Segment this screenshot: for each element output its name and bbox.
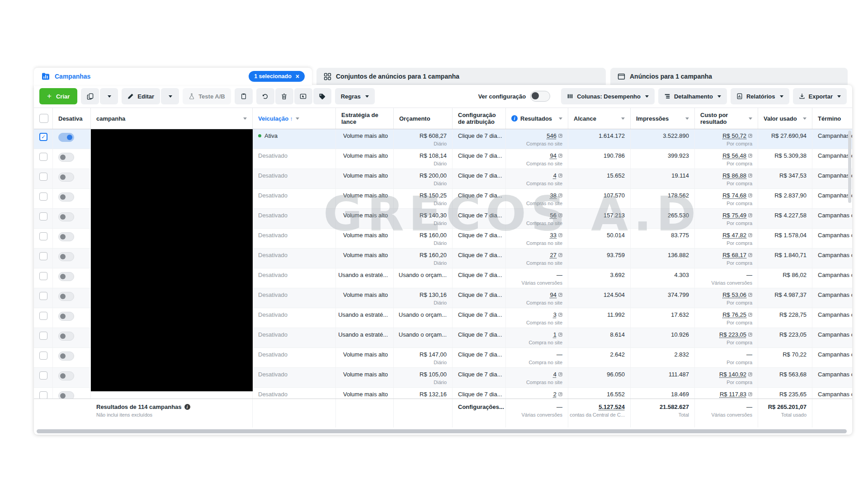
campaign-status-toggle[interactable] (58, 153, 74, 162)
column-header[interactable]: i ↑ (34, 108, 53, 129)
cost-value[interactable]: R$ 75,49 (722, 212, 746, 219)
campaign-status-toggle[interactable] (58, 332, 74, 341)
see-breakdown-icon[interactable] (748, 333, 752, 337)
results-value[interactable]: 38 (550, 192, 557, 199)
delete-button[interactable] (275, 88, 293, 104)
see-breakdown-icon[interactable] (748, 213, 752, 217)
campaign-status-toggle[interactable] (58, 391, 74, 399)
column-menu-caret-icon[interactable] (296, 117, 299, 120)
results-value[interactable]: 3 (553, 311, 557, 318)
see-breakdown-icon[interactable] (748, 233, 752, 237)
selected-count-pill[interactable]: 1 selecionado × (249, 71, 305, 82)
column-header[interactable]: i Impressões ↑ (631, 108, 695, 129)
results-value[interactable]: 2 (553, 391, 557, 398)
ab-test-button[interactable]: Teste A/B (183, 88, 231, 104)
tab-campaigns[interactable]: Campanhas 1 selecionado × (34, 68, 312, 85)
campaign-status-toggle[interactable] (58, 312, 74, 321)
row-checkbox[interactable] (39, 272, 47, 280)
results-value[interactable]: 4 (553, 371, 557, 378)
see-breakdown-icon[interactable] (558, 253, 562, 257)
duplicate-menu-button[interactable] (100, 88, 118, 104)
cost-value[interactable]: R$ 223,05 (719, 331, 746, 338)
see-breakdown-icon[interactable] (748, 313, 752, 317)
edit-button[interactable]: Editar (122, 88, 160, 104)
campaign-status-toggle[interactable] (58, 252, 74, 261)
see-breakdown-icon[interactable] (748, 193, 752, 197)
campaign-status-toggle[interactable] (58, 352, 74, 361)
see-breakdown-icon[interactable] (558, 293, 562, 297)
see-breakdown-icon[interactable] (558, 193, 562, 197)
tab-adsets[interactable]: Conjuntos de anúncios para 1 campanha (316, 68, 606, 85)
results-value[interactable]: 33 (550, 232, 557, 239)
cost-value[interactable]: R$ 68,17 (722, 252, 746, 258)
row-checkbox[interactable] (39, 391, 47, 399)
column-menu-caret-icon[interactable] (621, 117, 625, 120)
campaign-status-toggle[interactable] (58, 133, 74, 142)
column-header[interactable]: i Estratégia de lance ↑ (336, 108, 394, 129)
cost-value[interactable]: R$ 56,48 (722, 152, 746, 159)
reach-total-value[interactable]: 5.127.524 (599, 404, 625, 410)
results-value[interactable]: 94 (550, 152, 557, 159)
results-value[interactable]: — (557, 272, 562, 278)
cost-value[interactable]: R$ 74,68 (722, 192, 746, 199)
info-icon[interactable]: i (511, 115, 518, 122)
column-header[interactable]: i Término ↑ (812, 108, 852, 129)
see-breakdown-icon[interactable] (558, 392, 562, 396)
results-value[interactable]: — (557, 351, 562, 358)
see-breakdown-icon[interactable] (558, 154, 562, 158)
row-checkbox[interactable] (39, 232, 47, 240)
row-checkbox[interactable] (39, 371, 47, 380)
campaign-status-toggle[interactable] (58, 272, 74, 281)
rules-button[interactable]: Regras (335, 88, 375, 104)
see-breakdown-icon[interactable] (558, 333, 562, 337)
column-header[interactable]: i Orçamento ↑ (394, 108, 453, 129)
undo-button[interactable] (256, 88, 274, 104)
cost-value[interactable]: R$ 86,88 (722, 172, 746, 179)
edit-menu-button[interactable] (161, 88, 179, 104)
row-checkbox[interactable] (39, 312, 47, 320)
see-breakdown-icon[interactable] (748, 253, 752, 257)
footer-attribution[interactable]: Configurações... (453, 399, 506, 427)
results-value[interactable]: 1 (553, 331, 557, 338)
row-checkbox[interactable] (39, 332, 47, 340)
column-header[interactable]: i Alcance ↑ (568, 108, 631, 129)
column-header[interactable]: i Valor usado ↑ (758, 108, 812, 129)
cost-value[interactable]: R$ 53,06 (722, 291, 746, 298)
see-breakdown-icon[interactable] (748, 174, 752, 178)
row-checkbox[interactable] (39, 352, 47, 360)
column-menu-caret-icon[interactable] (685, 117, 689, 120)
cost-value[interactable]: R$ 47,82 (722, 232, 746, 239)
row-checkbox[interactable] (39, 133, 47, 141)
see-breakdown-icon[interactable] (558, 174, 562, 178)
see-breakdown-icon[interactable] (748, 392, 752, 396)
campaign-status-toggle[interactable] (58, 232, 74, 241)
cost-value[interactable]: — (746, 351, 752, 358)
info-icon[interactable]: i (184, 404, 190, 410)
cost-value[interactable]: R$ 140,92 (719, 371, 746, 378)
see-breakdown-icon[interactable] (558, 372, 562, 376)
breakdown-button[interactable]: Detalhamento (658, 88, 727, 104)
see-breakdown-icon[interactable] (748, 372, 752, 376)
column-menu-caret-icon[interactable] (749, 117, 752, 120)
column-header[interactable]: i campanha ↑ (91, 108, 253, 129)
preview-button[interactable] (294, 88, 312, 104)
results-value[interactable]: 94 (550, 291, 557, 298)
row-checkbox[interactable] (39, 212, 47, 221)
row-checkbox[interactable] (39, 252, 47, 260)
campaign-status-toggle[interactable] (58, 173, 74, 182)
campaign-status-toggle[interactable] (58, 292, 74, 301)
column-header[interactable]: i Configuração de atribuição ↑ (453, 108, 506, 129)
column-menu-caret-icon[interactable] (803, 117, 807, 120)
see-breakdown-icon[interactable] (558, 134, 562, 138)
create-button[interactable]: + Criar (39, 88, 77, 104)
see-breakdown-icon[interactable] (558, 213, 562, 217)
duplicate-button[interactable] (81, 88, 99, 104)
view-setup-toggle[interactable] (530, 91, 550, 102)
see-breakdown-icon[interactable] (748, 134, 752, 138)
tags-button[interactable] (313, 88, 331, 104)
row-checkbox[interactable] (39, 192, 47, 201)
row-checkbox[interactable] (39, 153, 47, 161)
cost-value[interactable]: R$ 117,83 (720, 391, 746, 398)
vertical-scrollbar[interactable] (848, 131, 851, 203)
results-value[interactable]: 4 (553, 172, 557, 179)
